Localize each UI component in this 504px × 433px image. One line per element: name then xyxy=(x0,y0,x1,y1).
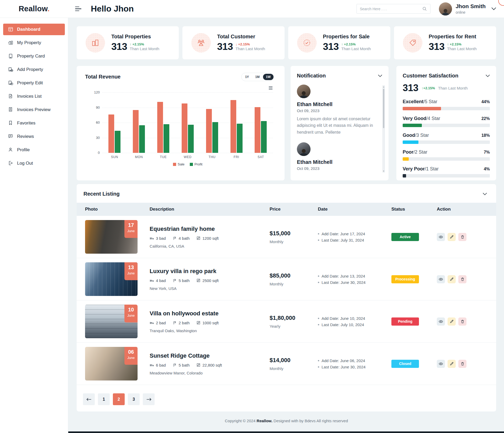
delete-button[interactable] xyxy=(458,360,466,368)
invoices-preview-icon xyxy=(8,107,14,113)
satisfaction-title: Customer Satisfaction xyxy=(403,73,458,79)
pencil-icon xyxy=(450,277,454,281)
bed-icon xyxy=(150,236,154,241)
status-badge[interactable]: Active xyxy=(391,233,419,241)
logo[interactable]: Reallow. xyxy=(0,4,68,13)
rating-stars: /2 Star xyxy=(413,149,427,155)
date-badge: 10 June xyxy=(124,305,138,322)
profit-bar xyxy=(115,131,120,153)
view-button[interactable] xyxy=(437,233,445,241)
range-1m[interactable]: 1M xyxy=(252,74,262,80)
rating-label: Very Good xyxy=(403,116,426,121)
rating-label: Very Poor xyxy=(403,166,425,171)
sidebar-item-my-property[interactable]: My Property xyxy=(3,37,65,49)
chevron-down-icon[interactable] xyxy=(491,7,496,10)
scrollbar-thumb[interactable] xyxy=(383,89,384,128)
satisfaction-row: Good/3 Star 18% xyxy=(403,133,490,144)
badge-month: June xyxy=(124,314,138,317)
logo-text: Reallow xyxy=(19,4,48,13)
status-badge[interactable]: Closed xyxy=(391,360,419,368)
profit-bar xyxy=(188,125,194,153)
property-title[interactable]: Sunset Ridge Cottage xyxy=(150,352,270,359)
scrollbar[interactable]: ▲ ▼ xyxy=(382,85,385,173)
baths-value: 5 bath xyxy=(179,363,190,367)
sidebar-item-add-property[interactable]: Add Property xyxy=(3,64,65,75)
bed-icon xyxy=(150,278,154,283)
reviews-icon xyxy=(8,134,14,139)
status-badge[interactable]: Processing xyxy=(391,275,419,283)
user-status: online xyxy=(456,10,486,14)
range-1y[interactable]: 1Y xyxy=(242,74,252,80)
profit-bar xyxy=(139,125,145,153)
sidebar-item-property-edit[interactable]: Property Edit xyxy=(3,77,65,89)
delete-button[interactable] xyxy=(458,275,466,283)
chevron-down-icon[interactable] xyxy=(378,75,382,77)
y-axis-tick: 30 xyxy=(92,136,100,140)
range-1w[interactable]: 1W xyxy=(263,74,274,80)
rating-label: Poor xyxy=(403,149,413,155)
rating-label: Good xyxy=(403,133,415,138)
property-title[interactable]: Equestrian family home xyxy=(150,226,270,232)
badge-day: 17 xyxy=(124,222,138,228)
user-profile[interactable]: Jhon Smith online xyxy=(439,2,496,15)
sidebar-item-label: Invoices List xyxy=(17,94,42,99)
add-date: Add Date: June 10, 2024 xyxy=(322,316,365,321)
notification-item[interactable]: Ethan Mitchell Oct 09, 2023 Lorem ipsum … xyxy=(297,85,374,135)
sidebar-item-property-card[interactable]: Property Card xyxy=(3,50,65,62)
logout-icon xyxy=(8,160,14,166)
avatar xyxy=(297,85,311,98)
profile-icon xyxy=(8,147,14,153)
bar-group-fri xyxy=(230,100,243,153)
view-button[interactable] xyxy=(437,275,445,283)
property-photo: 17 June xyxy=(85,220,138,254)
sidebar-item-invoices-list[interactable]: Invoices List xyxy=(3,91,65,102)
edit-button[interactable] xyxy=(448,360,456,368)
edit-button[interactable] xyxy=(448,233,456,241)
stat-value: 313 xyxy=(323,41,339,52)
sale-bar xyxy=(108,114,114,153)
sidebar-item-profile[interactable]: Profile xyxy=(3,144,65,156)
notification-name: Ethan Mitchell xyxy=(297,101,374,107)
prev-page-button[interactable] xyxy=(83,393,95,405)
beds-value: 3 bad xyxy=(156,236,166,241)
view-button[interactable] xyxy=(437,317,445,326)
sidebar-item-reviews[interactable]: Reviews xyxy=(3,131,65,142)
chevron-down-icon[interactable] xyxy=(486,75,490,77)
sidebar-item-label: Profile xyxy=(17,147,30,153)
delete-button[interactable] xyxy=(458,233,466,241)
sidebar-item-log-out[interactable]: Log Out xyxy=(3,158,65,169)
rating-bar-fill xyxy=(403,174,406,178)
property-title[interactable]: Villa on hollywood estate xyxy=(150,310,270,317)
search-input[interactable] xyxy=(360,7,422,11)
property-title[interactable]: Luxury villa in rego park xyxy=(150,268,270,275)
chart-legend: SaleProfit xyxy=(102,162,273,166)
edit-button[interactable] xyxy=(448,275,456,283)
badge-day: 06 xyxy=(124,349,138,354)
page-button-1[interactable]: 1 xyxy=(98,393,110,405)
chart-menu-icon[interactable] xyxy=(269,86,272,90)
next-page-button[interactable] xyxy=(143,393,155,405)
logo-dot: . xyxy=(48,4,50,13)
sale-badge-icon xyxy=(297,33,317,53)
bar-group-thu xyxy=(206,109,218,153)
rating-bar-track xyxy=(403,107,490,110)
status-badge[interactable]: Pending xyxy=(391,317,419,326)
property-location: Tranquil Oaks, Washington xyxy=(150,328,270,333)
sidebar-item-dashboard[interactable]: Dashboard xyxy=(3,24,65,35)
menu-toggle-icon[interactable] xyxy=(75,7,81,11)
notification-name: Ethan Mitchell xyxy=(297,159,374,165)
badge-month: June xyxy=(124,356,138,360)
page-button-2[interactable]: 2 xyxy=(113,393,125,405)
search-icon[interactable] xyxy=(422,6,427,11)
delete-button[interactable] xyxy=(458,317,466,326)
view-button[interactable] xyxy=(437,360,445,368)
notification-item[interactable]: Ethan Mitchell Oct 09, 2023 xyxy=(297,142,374,171)
sidebar-item-favorites[interactable]: Favorites xyxy=(3,117,65,129)
area-icon xyxy=(196,236,201,240)
chevron-down-icon[interactable] xyxy=(483,193,487,195)
sidebar-item-invoices-preview[interactable]: Invoices Preview xyxy=(3,104,65,116)
price-value: $15,000 xyxy=(270,230,318,237)
stats-row: Total Properties 313 ↑ +2.15% Than Last … xyxy=(77,26,496,59)
page-button-3[interactable]: 3 xyxy=(128,393,140,405)
edit-button[interactable] xyxy=(448,317,456,326)
